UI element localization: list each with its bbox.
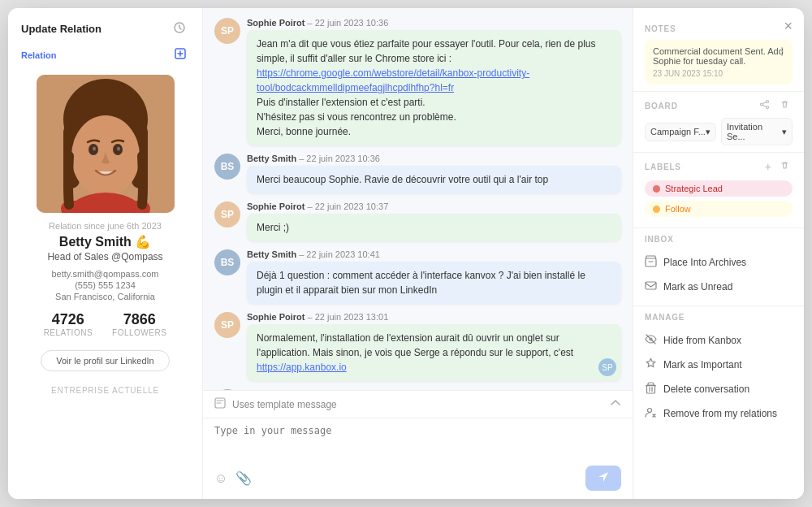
msg-bubble-2: Merci beaucoup Sophie. Ravie de découvri…	[247, 166, 621, 193]
hide-label: Hide from Kanbox	[663, 335, 741, 346]
delete-icon	[645, 382, 657, 396]
note-text: Commercial document Sent. Add Sophie for…	[653, 46, 784, 66]
linkedin-button[interactable]: Voir le profil sur LinkedIn	[41, 350, 169, 371]
close-button[interactable]: ×	[784, 18, 793, 35]
chat-input[interactable]	[214, 425, 621, 451]
board-icons	[757, 98, 793, 113]
board-delete-icon[interactable]	[777, 98, 793, 113]
labels-label: LABELS	[645, 162, 681, 171]
entreprise-label: ENTREPRISE ACTUELLE	[51, 386, 159, 395]
remove-icon	[645, 406, 657, 421]
relation-since: Relation since june 6th 2023	[49, 221, 162, 231]
template-icon	[214, 397, 226, 411]
hide-icon	[645, 333, 657, 348]
contact-phone: (555) 555 1234	[75, 280, 136, 290]
msg-content-3: Sophie Poirot – 22 juin 2023 10:37 Merci…	[247, 202, 621, 241]
msg-header-5: Sophie Poirot – 22 juin 2023 13:01	[247, 312, 621, 322]
sidebar-header: Update Relation	[8, 8, 202, 46]
message-1: SP Sophie Poirot – 22 juin 2023 10:36 Je…	[214, 18, 621, 145]
svg-point-10	[117, 147, 120, 151]
label-dot-pink	[653, 185, 660, 193]
avatar-sophie-2: SP	[214, 202, 240, 228]
relation-label: Relation	[21, 46, 189, 63]
avatar-sophie-1: SP	[214, 18, 240, 44]
stat-followers-label: FOLLOWERS	[112, 328, 166, 337]
stat-relations: 4726 RELATIONS	[44, 311, 93, 337]
stat-followers: 7866 FOLLOWERS	[112, 311, 166, 337]
note-card: ⋮ Commercial document Sent. Add Sophie f…	[645, 40, 793, 84]
mark-unread-label: Mark as Unread	[663, 281, 732, 292]
board-share-icon[interactable]	[757, 98, 772, 113]
relation-icon-btn[interactable]	[171, 46, 189, 63]
msg-content-5: Sophie Poirot – 22 juin 2023 13:01 Norma…	[247, 312, 621, 381]
expand-icon[interactable]	[610, 397, 621, 411]
contact-title: Head of Sales @Qompass	[47, 251, 162, 262]
stat-relations-label: RELATIONS	[44, 328, 93, 337]
message-5: SP Sophie Poirot – 22 juin 2023 13:01 No…	[214, 312, 621, 381]
svg-point-15	[767, 101, 769, 103]
sidebar: Update Relation Relation	[8, 8, 203, 499]
manage-remove[interactable]: Remove from my relations	[645, 401, 793, 426]
board-selects: Campaign F... ▾ Invitation Se... ▾	[645, 118, 793, 145]
stats-row: 4726 RELATIONS 7866 FOLLOWERS	[44, 311, 167, 337]
msg-header-1: Sophie Poirot – 22 juin 2023 10:36	[247, 18, 621, 28]
msg-content-4: Betty Smith – 22 juin 2023 10:41 Déjà 1 …	[247, 249, 621, 304]
delete-label: Delete conversation	[663, 384, 749, 395]
contact-avatar	[37, 75, 175, 213]
msg-bubble-4: Déjà 1 question : comment accéder à l'in…	[247, 262, 621, 304]
labels-delete-icon[interactable]	[777, 159, 793, 174]
message-2: BS Betty Smith – 22 juin 2023 10:36 Merc…	[214, 154, 621, 193]
label-dot-yellow	[653, 206, 660, 213]
manage-important[interactable]: Mark as Important	[645, 353, 793, 377]
right-panel: NOTES ⋮ Commercial document Sent. Add So…	[633, 8, 804, 499]
msg-header-2: Betty Smith – 22 juin 2023 10:36	[247, 154, 621, 163]
msg-content-1: Sophie Poirot – 22 juin 2023 10:36 Jean …	[247, 18, 621, 145]
inbox-archives[interactable]: Place Into Archives	[645, 250, 793, 275]
labels-add-icon[interactable]: +	[762, 159, 774, 174]
board-select-2[interactable]: Invitation Se... ▾	[721, 118, 793, 145]
contact-email: betty.smith@qompass.com	[51, 269, 158, 279]
board-section: BOARD Campaign F... ▾ Invitation Se...	[633, 92, 804, 153]
msg-header-4: Betty Smith – 22 juin 2023 10:41	[247, 249, 621, 259]
note-menu-icon[interactable]: ⋮	[776, 45, 788, 58]
svg-point-17	[767, 106, 769, 109]
contact-location: San Francisco, California	[55, 292, 155, 301]
emoji-icon[interactable]: ☺	[214, 471, 227, 486]
attachment-icon[interactable]: 📎	[235, 470, 252, 486]
label-strategic-text: Strategic Lead	[665, 184, 723, 193]
svg-point-9	[93, 147, 96, 151]
chrome-link[interactable]: https://chrome.google.com/webstore/detai…	[257, 67, 529, 93]
archives-label: Place Into Archives	[663, 257, 746, 268]
stat-relations-num: 4726	[44, 311, 93, 328]
manage-section: MANAGE Hide from Kanbox Mark as Importan…	[633, 306, 804, 432]
board-label: BOARD	[645, 102, 678, 110]
template-label: Uses template message	[232, 399, 337, 410]
important-label: Mark as Important	[663, 359, 742, 370]
avatar-betty-2: BS	[214, 249, 240, 275]
svg-rect-18	[646, 258, 656, 266]
template-bar: Uses template message	[203, 390, 633, 418]
svg-point-16	[761, 103, 763, 106]
avatar-betty-1: BS	[214, 154, 240, 180]
label-follow-text: Follow	[665, 204, 691, 214]
inbox-mark-unread[interactable]: Mark as Unread	[645, 275, 793, 299]
avatar-sophie-3: SP	[214, 312, 240, 338]
label-follow: Follow	[645, 201, 793, 217]
msg-bubble-3: Merci ;)	[247, 214, 621, 241]
notes-section: NOTES ⋮ Commercial document Sent. Add So…	[633, 18, 804, 92]
send-button[interactable]	[585, 466, 621, 491]
note-date: 23 JUN 2023 15:10	[653, 69, 784, 78]
label-strategic: Strategic Lead	[645, 180, 793, 197]
sidebar-action-icon[interactable]	[170, 20, 189, 38]
mark-unread-icon	[645, 280, 657, 294]
labels-section: LABELS + Strategic Lead Follow	[633, 153, 804, 228]
manage-hide[interactable]: Hide from Kanbox	[645, 328, 793, 353]
archives-icon	[645, 255, 657, 270]
kanbox-link[interactable]: https://app.kanbox.io	[257, 362, 347, 373]
remove-label: Remove from my relations	[663, 408, 777, 419]
board-select-1[interactable]: Campaign F... ▾	[645, 123, 716, 141]
manage-delete[interactable]: Delete conversation	[645, 377, 793, 401]
chat-actions: ☺ 📎	[203, 461, 633, 499]
notes-label: NOTES	[645, 24, 793, 33]
chat-messages: SP Sophie Poirot – 22 juin 2023 10:36 Je…	[203, 8, 633, 390]
